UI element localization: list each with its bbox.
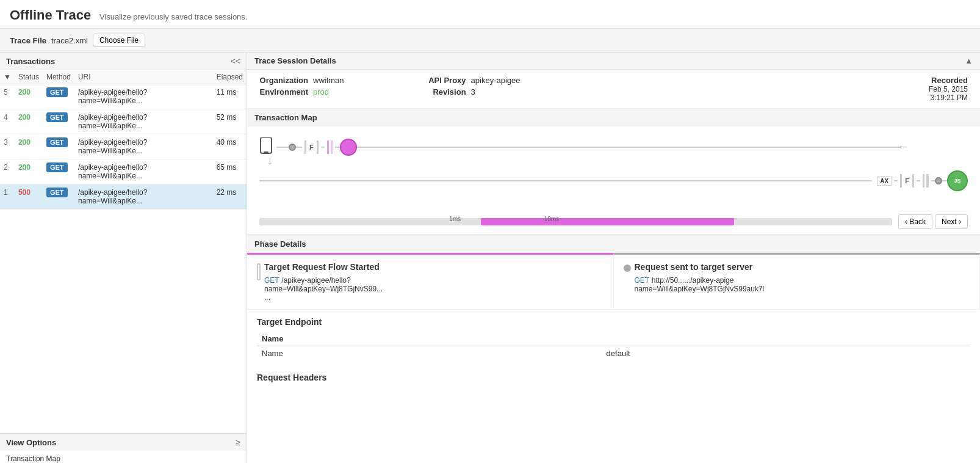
table-header-row: ▼ Status Method URI Elapsed	[0, 70, 247, 84]
tx-elapsed: 11 ms	[213, 84, 247, 109]
timeline-label-10ms: 10ms	[544, 216, 559, 222]
session-details: Organization wwitman Environment prod AP…	[247, 70, 980, 109]
tx-status: 200	[15, 84, 43, 109]
trace-file-bar: Trace File trace2.xml Choose File	[0, 29, 980, 53]
phase-card-1-params: name=Will&apiKey=Wj8TGjNvS99...	[264, 285, 383, 293]
view-options-expand-button[interactable]: ≥	[236, 437, 240, 447]
col-status: Status	[15, 70, 43, 84]
col-elapsed: Elapsed	[213, 70, 247, 84]
choose-file-button[interactable]: Choose File	[93, 34, 145, 47]
view-options-bar: View Options ≥	[0, 433, 247, 451]
right-panel: Trace Session Details ▲ Organization wwi…	[247, 53, 980, 463]
proxy-label: API Proxy	[417, 76, 466, 85]
tx-status: 200	[15, 109, 43, 134]
target-table-header: Name	[257, 332, 970, 346]
target-name-col-header: Name	[257, 332, 602, 346]
phase-card-2: Request sent to target server GET http:/…	[614, 253, 981, 309]
org-label: Organization	[259, 76, 308, 85]
proxy-revision-group: API Proxy apikey-apigee Revision 3	[417, 76, 521, 102]
col-sort: ▼	[0, 70, 15, 84]
svg-rect-1	[264, 151, 268, 153]
recorded-group: Recorded Feb 5, 2015 3:19:21 PM	[929, 76, 968, 102]
collapse-transactions-button[interactable]: <<	[231, 56, 240, 66]
tx-uri: /apikey-apigee/hello?name=Will&apiKe...	[74, 159, 213, 184]
phase-details-header: Phase Details	[247, 235, 980, 253]
view-options-content: Transaction Map	[0, 451, 247, 463]
phase-card-1-icon	[257, 263, 261, 280]
tx-elapsed: 65 ms	[213, 159, 247, 184]
proxy-value: apikey-apigee	[471, 76, 521, 85]
flow-node-nodejs: JS	[947, 170, 968, 191]
revision-row: Revision 3	[417, 87, 521, 97]
phase-card-1-get: GET /apikey-apigee/hello?	[264, 275, 383, 285]
phase-card-2-params: name=Will&apiKey=Wj8TGjNvS99auk7l	[635, 285, 765, 293]
org-row: Organization wwitman	[259, 76, 344, 85]
table-row[interactable]: 4 200 GET /apikey-apigee/hello?name=Will…	[0, 109, 247, 134]
target-endpoint-section: Target Endpoint Name Name default	[247, 310, 980, 368]
env-value: prod	[313, 87, 329, 97]
tx-elapsed: 52 ms	[213, 109, 247, 134]
tx-elapsed: 40 ms	[213, 134, 247, 159]
timeline-nav-buttons: ‹ Back Next ›	[898, 214, 968, 229]
flow-node-f2	[327, 140, 333, 154]
flow-node-ax: AX	[877, 177, 892, 186]
transactions-title: Transactions	[6, 57, 55, 66]
phase-card-2-get: GET http://50....../apikey-apige	[635, 275, 765, 285]
tx-num: 5	[0, 84, 15, 109]
table-row[interactable]: 5 200 GET /apikey-apigee/hello?name=Will…	[0, 84, 247, 109]
flow-node-dot-1	[289, 144, 296, 151]
trace-file-name: trace2.xml	[51, 36, 88, 45]
svg-rect-0	[261, 137, 272, 153]
phase-card-2-icon	[624, 264, 631, 272]
phase-section: Phase Details Target Request Flow Starte…	[247, 235, 980, 310]
flow-node-f3: F	[900, 174, 914, 188]
tx-uri: /apikey-apigee/hello?name=Will&apiKe...	[74, 134, 213, 159]
tx-num: 1	[0, 184, 15, 210]
table-row[interactable]: 2 200 GET /apikey-apigee/hello?name=Will…	[0, 159, 247, 184]
org-value: wwitman	[313, 76, 344, 85]
trace-session-header: Trace Session Details ▲	[247, 53, 980, 70]
page-header: Offline Trace Visualize previously saved…	[0, 0, 980, 29]
transaction-map-header: Transaction Map	[247, 109, 980, 126]
tx-method: GET	[43, 184, 74, 210]
phase-card-1: Target Request Flow Started GET /apikey-…	[247, 253, 614, 309]
tx-status: 500	[15, 184, 43, 210]
recorded-label: Recorded	[929, 76, 968, 85]
timeline-area: 1ms 10ms ‹ Back Next ›	[247, 212, 980, 235]
target-endpoint-table: Name Name default	[257, 332, 970, 360]
flow-line-1	[276, 147, 289, 148]
tx-num: 2	[0, 159, 15, 184]
tx-method: GET	[43, 134, 74, 159]
phase-card-1-extra: ...	[264, 293, 383, 302]
revision-label: Revision	[417, 87, 466, 97]
table-row[interactable]: 1 500 GET /apikey-apigee/hello?name=Will…	[0, 184, 247, 210]
request-headers-title: Request Headers	[247, 368, 980, 385]
table-row[interactable]: 3 200 GET /apikey-apigee/hello?name=Will…	[0, 134, 247, 159]
recorded-time: 3:19:21 PM	[929, 93, 968, 102]
revision-value: 3	[471, 87, 475, 97]
timeline-pink-bar	[481, 218, 734, 225]
tx-method: GET	[43, 109, 74, 134]
env-label: Environment	[259, 87, 308, 97]
page-title: Offline Trace	[10, 7, 91, 23]
next-button[interactable]: Next ›	[935, 214, 968, 229]
trace-session-collapse-icon[interactable]: ▲	[965, 56, 973, 65]
phase-card-1-title: Target Request Flow Started	[264, 262, 383, 272]
flow-node-dot-2	[935, 177, 942, 184]
flow-node-pink-circle	[340, 139, 357, 156]
phase-details-content: Target Request Flow Started GET /apikey-…	[247, 253, 980, 310]
org-env-group: Organization wwitman Environment prod	[259, 76, 344, 102]
recorded-date: Feb 5, 2015	[929, 85, 968, 93]
tx-num: 3	[0, 134, 15, 159]
left-panel: Transactions << ▼ Status Method URI Elap…	[0, 53, 247, 463]
tx-uri: /apikey-apigee/hello?name=Will&apiKe...	[74, 184, 213, 210]
back-button[interactable]: ‹ Back	[898, 214, 932, 229]
flow-top-row: F ↓	[259, 137, 907, 156]
tx-elapsed: 22 ms	[213, 184, 247, 210]
map-area: F ↓	[247, 126, 980, 212]
flow-bottom-row: AX F	[259, 170, 968, 191]
page-subtitle: Visualize previously saved trace session…	[99, 12, 248, 21]
tx-status: 200	[15, 134, 43, 159]
tx-uri: /apikey-apigee/hello?name=Will&apiKe...	[74, 109, 213, 134]
timeline-bar: 1ms 10ms	[259, 216, 892, 228]
